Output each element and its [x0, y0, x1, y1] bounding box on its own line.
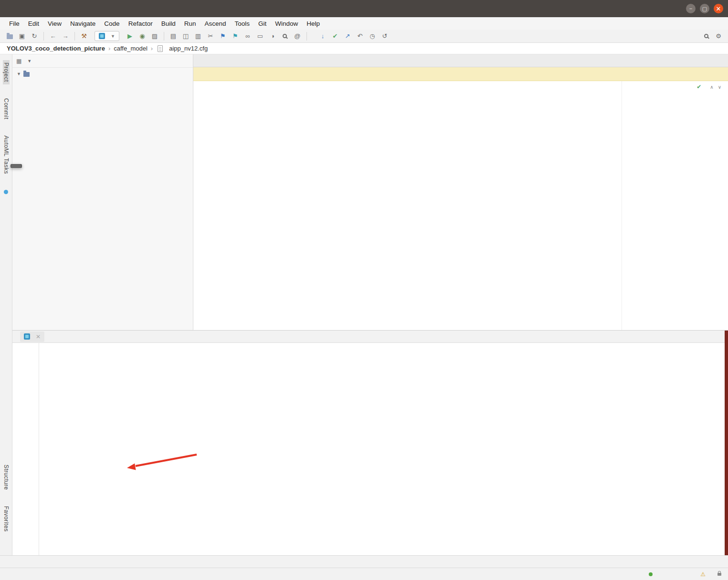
push-icon[interactable]: ↗: [342, 31, 353, 41]
rollback-icon[interactable]: ↶: [354, 31, 366, 41]
run-configuration-tab[interactable]: ✕: [20, 331, 44, 342]
prev-problem-icon[interactable]: ∧: [710, 84, 713, 90]
menu-bar: FileEditViewNavigateCodeRefactorBuildRun…: [0, 17, 728, 30]
save-icon[interactable]: ▣: [16, 31, 28, 41]
file-icon: [156, 45, 164, 52]
inspections-widget: ✔ ∧ ∨: [696, 83, 721, 90]
monitor-icon[interactable]: ▭: [254, 31, 266, 41]
project-tree: ▼: [12, 68, 193, 330]
console-controls-toolbar: [26, 343, 39, 555]
breadcrumb-separator: ›: [108, 45, 110, 52]
chevron-down-icon: ▼: [111, 34, 115, 39]
forward-icon[interactable]: →: [60, 31, 71, 41]
open-icon[interactable]: [4, 31, 15, 41]
right-margin-guide: [622, 81, 622, 330]
status-indicator: [649, 572, 653, 576]
code-editor[interactable]: ✔ ∧ ∨: [193, 81, 728, 330]
menu-git[interactable]: Git: [254, 20, 271, 27]
breadcrumb-separator: ›: [151, 45, 153, 52]
flag-cyan-icon[interactable]: ⚑: [230, 31, 241, 41]
menu-tools[interactable]: Tools: [231, 20, 254, 27]
status-bar: ⚠: [0, 568, 728, 580]
breadcrumb-label: aipp_nv12.cfg: [169, 45, 208, 52]
next-problem-icon[interactable]: ∨: [718, 84, 721, 90]
ide-window: − ▢ ✕ FileEditViewNavigateCodeRefactorBu…: [0, 0, 728, 580]
tree-item-project-root[interactable]: ▼: [12, 69, 193, 79]
history-icon[interactable]: ◷: [367, 31, 378, 41]
breadcrumb: YOLOV3_coco_detection_picture›caffe_mode…: [0, 43, 728, 54]
git-revision-widget[interactable]: ⚠: [700, 571, 708, 578]
run-configuration-selector[interactable]: ▼: [95, 31, 119, 41]
breadcrumb-item-caffe-model[interactable]: caffe_model: [114, 45, 148, 52]
tool-stripe-structure[interactable]: Structure: [3, 462, 10, 492]
tool-stripe-commit[interactable]: Commit: [3, 96, 10, 122]
menu-edit[interactable]: Edit: [24, 20, 43, 27]
tool-stripe-favorites[interactable]: Favorites: [3, 504, 10, 534]
left-tool-stripe: ProjectCommitAutoML TasksStructureFavori…: [0, 54, 12, 555]
chevron-expanded-icon[interactable]: ▼: [15, 72, 22, 76]
main-area: ▦ ▼ ▼: [12, 54, 728, 330]
cut-icon[interactable]: ✂: [205, 31, 216, 41]
workspace: ProjectCommitAutoML TasksStructureFavori…: [0, 54, 728, 555]
window-controls: − ▢ ✕: [686, 4, 723, 13]
project-panel-header: ▦ ▼: [12, 54, 193, 68]
search-everywhere-icon[interactable]: [700, 31, 712, 41]
tool-window-bar: [0, 555, 728, 568]
workspace-right: ▦ ▼ ▼: [12, 54, 728, 555]
inspection-ok-icon: ✔: [696, 83, 701, 90]
compare-icon[interactable]: ◫: [180, 31, 191, 41]
profiler-icon[interactable]: ▤: [168, 31, 179, 41]
coverage-icon[interactable]: ▨: [149, 31, 160, 41]
menu-ascend[interactable]: Ascend: [200, 20, 230, 27]
menu-refactor[interactable]: Refactor: [124, 20, 157, 27]
close-icon[interactable]: ✕: [36, 333, 41, 340]
editor-area: ✔ ∧ ∨: [193, 54, 728, 330]
settings-icon[interactable]: ⚙: [713, 31, 724, 41]
run-config-icon: [24, 333, 30, 340]
breadcrumb-item-aipp-nv12-cfg[interactable]: aipp_nv12.cfg: [156, 45, 208, 52]
project-app-icon: [99, 33, 105, 39]
search-at-icon[interactable]: @: [292, 31, 303, 41]
run-tool-window: ✕: [12, 330, 728, 555]
back-icon[interactable]: ←: [47, 31, 59, 41]
green-dot-icon: [649, 572, 653, 576]
undo-icon[interactable]: ↺: [379, 31, 390, 41]
tool-stripe-automl-tasks[interactable]: AutoML Tasks: [3, 133, 10, 176]
maximize-button[interactable]: ▢: [700, 4, 709, 13]
lock-widget[interactable]: [717, 573, 721, 576]
chevron-down-icon[interactable]: ▼: [27, 59, 32, 63]
run-console[interactable]: [39, 343, 728, 555]
menu-file[interactable]: File: [5, 20, 24, 27]
project-tool-window: ▦ ▼ ▼: [12, 54, 193, 330]
contrast-icon[interactable]: ◑: [267, 31, 278, 41]
menu-window[interactable]: Window: [271, 20, 302, 27]
breadcrumb-label: caffe_model: [114, 45, 148, 52]
flag-blue-icon[interactable]: ⚑: [217, 31, 229, 41]
commit-icon[interactable]: ✔: [329, 31, 341, 41]
close-button[interactable]: ✕: [714, 4, 723, 13]
link-icon[interactable]: ∞: [242, 31, 253, 41]
menu-build[interactable]: Build: [157, 20, 180, 27]
main-toolbar: ▣↻←→⚒▼▶◉▨▤◫▥✂⚑⚑∞▭◑@↓✔↗↶◷↺⚙: [0, 30, 728, 43]
menu-help[interactable]: Help: [302, 20, 324, 27]
build-hammer-icon[interactable]: ⚒: [78, 31, 90, 41]
notification-dot-icon: [4, 190, 8, 194]
lock-icon: [717, 573, 721, 576]
debug-icon[interactable]: ◉: [137, 31, 148, 41]
sync-icon[interactable]: ↻: [29, 31, 40, 41]
dump-icon[interactable]: ▥: [192, 31, 204, 41]
zoom-icon[interactable]: [279, 31, 291, 41]
update-project-icon[interactable]: ↓: [317, 31, 328, 41]
menu-navigate[interactable]: Navigate: [66, 20, 100, 27]
tool-stripe-project[interactable]: Project: [3, 60, 10, 84]
title-bar: − ▢ ✕: [0, 0, 728, 17]
run-panel-header: ✕: [12, 331, 728, 343]
run-icon[interactable]: ▶: [124, 31, 136, 41]
breadcrumb-item-yolov3-coco-detection-picture[interactable]: YOLOV3_coco_detection_picture: [7, 45, 105, 52]
menu-view[interactable]: View: [43, 20, 66, 27]
menu-run[interactable]: Run: [180, 20, 200, 27]
run-panel-body: [12, 343, 728, 555]
minimize-button[interactable]: −: [686, 4, 696, 13]
menu-code[interactable]: Code: [100, 20, 124, 27]
run-controls-toolbar: [12, 343, 26, 555]
